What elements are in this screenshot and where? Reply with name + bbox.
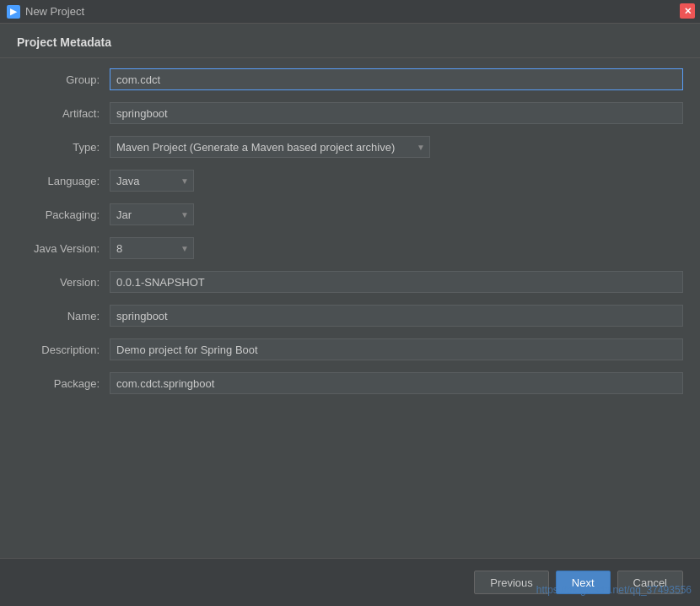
packaging-select-wrapper: Jar War ▼ bbox=[110, 203, 194, 225]
artifact-label: Artifact: bbox=[17, 107, 110, 120]
package-row: Package: bbox=[17, 371, 683, 396]
group-label: Group: bbox=[17, 73, 110, 86]
packaging-select[interactable]: Jar War bbox=[110, 203, 194, 225]
section-header: Project Metadata bbox=[0, 24, 700, 58]
java-version-label: Java Version: bbox=[17, 242, 110, 255]
description-row: Description: bbox=[17, 337, 683, 362]
footer: Previous Next Cancel bbox=[0, 558, 700, 606]
package-label: Package: bbox=[17, 377, 110, 390]
description-label: Description: bbox=[17, 344, 110, 356]
type-select[interactable]: Maven Project (Generate a Maven based pr… bbox=[110, 136, 430, 158]
java-version-select[interactable]: 8 11 17 bbox=[110, 237, 194, 259]
form-body: Group: Artifact: Type: Maven Project (Ge… bbox=[0, 58, 700, 558]
group-row: Group: bbox=[17, 67, 683, 92]
language-row: Language: Java Kotlin Groovy ▼ bbox=[17, 168, 683, 193]
type-label: Type: bbox=[17, 141, 110, 154]
name-label: Name: bbox=[17, 310, 110, 322]
java-version-row: Java Version: 8 11 17 ▼ bbox=[17, 235, 683, 261]
dialog: Project Metadata Group: Artifact: Type: … bbox=[0, 24, 700, 606]
name-row: Name: bbox=[17, 303, 683, 328]
artifact-row: Artifact: bbox=[17, 100, 683, 126]
type-select-wrapper: Maven Project (Generate a Maven based pr… bbox=[110, 136, 430, 158]
app-icon: ▶ bbox=[7, 5, 20, 19]
name-input[interactable] bbox=[110, 305, 683, 327]
description-input[interactable] bbox=[110, 338, 683, 360]
language-select-wrapper: Java Kotlin Groovy ▼ bbox=[110, 170, 194, 192]
language-select[interactable]: Java Kotlin Groovy bbox=[110, 170, 194, 192]
language-label: Language: bbox=[17, 175, 110, 187]
title-bar: ▶ New Project ✕ bbox=[0, 0, 700, 24]
title-bar-text: New Project bbox=[25, 5, 84, 18]
type-row: Type: Maven Project (Generate a Maven ba… bbox=[17, 134, 683, 160]
package-input[interactable] bbox=[110, 372, 683, 394]
close-button[interactable]: ✕ bbox=[680, 3, 695, 19]
packaging-row: Packaging: Jar War ▼ bbox=[17, 202, 683, 227]
version-input[interactable] bbox=[110, 271, 683, 293]
watermark-text: https://blog.csdn.net/qq_37493556 bbox=[536, 584, 692, 596]
java-version-select-wrapper: 8 11 17 ▼ bbox=[110, 237, 194, 259]
version-label: Version: bbox=[17, 276, 110, 289]
packaging-label: Packaging: bbox=[17, 208, 110, 221]
version-row: Version: bbox=[17, 269, 683, 295]
group-input[interactable] bbox=[110, 68, 683, 90]
artifact-input[interactable] bbox=[110, 102, 683, 124]
